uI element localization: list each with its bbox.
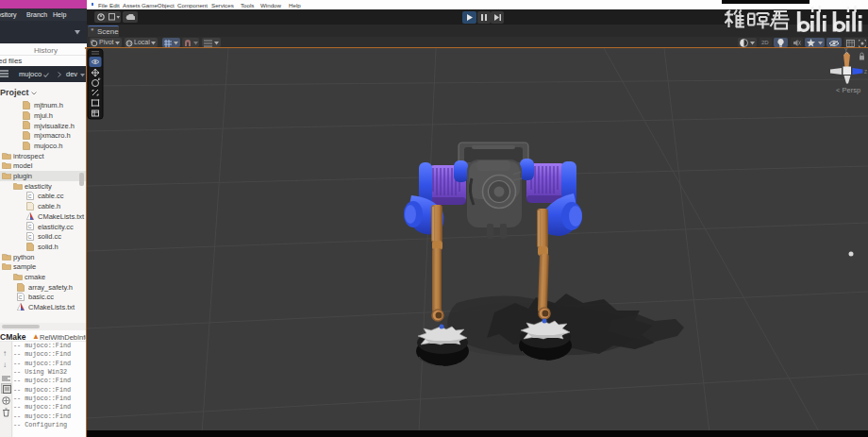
svg-text:Y: Y <box>844 48 848 53</box>
svg-text:C: C <box>19 294 23 300</box>
svg-text:C: C <box>28 193 32 199</box>
svg-text:< Persp: < Persp <box>836 86 860 94</box>
svg-text:C: C <box>28 234 32 240</box>
svg-text:Z: Z <box>864 69 867 75</box>
svg-text:C: C <box>28 224 32 229</box>
